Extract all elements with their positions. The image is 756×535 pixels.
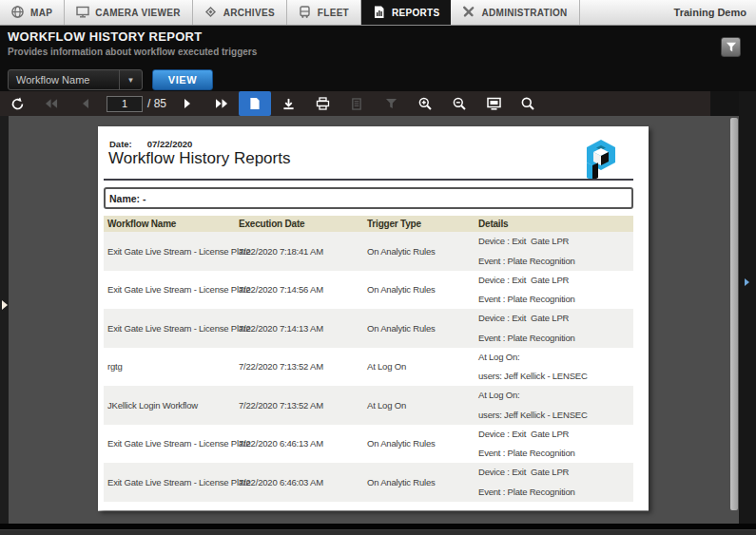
tab-reports[interactable]: REPORTS [361, 0, 451, 25]
cell-workflow-name: Exit Gate Live Stream - License Plate [104, 425, 235, 464]
report-table-body: Exit Gate Live Stream - License Plate 7/… [104, 232, 633, 502]
workflow-name-dropdown[interactable]: Workflow Name ▼ [8, 69, 143, 90]
zoom-out-button[interactable] [442, 91, 476, 116]
view-button[interactable]: VIEW [152, 69, 213, 90]
tab-fleet[interactable]: FLEET [287, 0, 361, 25]
zoom-in-button[interactable] [408, 91, 442, 116]
tab-administration[interactable]: ADMINISTRATION [451, 0, 579, 25]
tab-fleet-label: FLEET [318, 8, 349, 18]
cell-execution-date: 7/22/2020 6:46:03 AM [235, 463, 363, 502]
tab-archives[interactable]: ARCHIVES [193, 0, 287, 25]
fit-screen-icon [487, 97, 501, 110]
page-navigation: / 85 [103, 96, 170, 112]
report-table: Workflow Name Execution Date Trigger Typ… [104, 216, 633, 502]
filter-button[interactable] [721, 37, 741, 57]
table-row: Exit Gate Live Stream - License Plate 7/… [104, 232, 633, 271]
report-page: Date:07/22/2020 Workflow History Reports… [98, 126, 649, 510]
cell-details: Device : Exit Gate LPREvent : Plate Reco… [475, 232, 630, 271]
vertical-scrollbar[interactable] [730, 118, 738, 510]
expand-left-panel-icon [2, 300, 8, 310]
cell-execution-date: 7/22/2020 7:18:41 AM [235, 232, 363, 271]
user-label: Training Demo [674, 0, 756, 25]
cell-execution-date: 7/22/2020 6:46:13 AM [235, 425, 363, 464]
expand-right-panel-icon [745, 278, 749, 286]
table-header-row: Workflow Name Execution Date Trigger Typ… [104, 216, 633, 232]
cell-execution-date: 7/22/2020 7:14:56 AM [235, 271, 363, 310]
tab-administration-label: ADMINISTRATION [481, 8, 567, 18]
page-view-icon [249, 97, 261, 110]
title-divider [104, 179, 633, 181]
tab-camera-viewer[interactable]: CAMERA VIEWER [65, 0, 193, 25]
cell-workflow-name: Exit Gate Live Stream - License Plate [104, 232, 235, 271]
details-line: Event : Plate Recognition [478, 487, 575, 497]
print-button[interactable] [305, 91, 339, 116]
first-page-icon [46, 99, 58, 108]
cell-trigger-type: At Log On [363, 348, 475, 387]
table-row: Exit Gate Live Stream - License Plate 7/… [104, 463, 633, 502]
col-header-execution-date: Execution Date [235, 219, 363, 229]
previous-page-button[interactable] [68, 91, 103, 116]
bus-icon [299, 6, 312, 19]
report-viewer-toolbar: / 85 [0, 91, 710, 116]
funnel-icon [726, 42, 737, 52]
details-line: Device : Exit Gate LPR [478, 467, 569, 477]
download-button[interactable] [271, 91, 305, 116]
fit-to-screen-button[interactable] [476, 91, 511, 116]
cell-workflow-name: JKellick Login Workflow [104, 386, 235, 425]
export-button[interactable] [339, 91, 374, 116]
refresh-button[interactable] [0, 91, 34, 116]
details-line: Event : Plate Recognition [478, 256, 575, 266]
tab-camera-viewer-label: CAMERA VIEWER [95, 8, 181, 18]
next-page-button[interactable] [170, 91, 204, 116]
cell-trigger-type: On Analytic Rules [363, 232, 475, 271]
previous-page-icon [83, 99, 89, 108]
cell-workflow-name: Exit Gate Live Stream - License Plate [104, 463, 235, 502]
details-line: users: Jeff Kellick - LENSEC [478, 371, 588, 381]
report-title: Workflow History Reports [108, 149, 290, 168]
last-page-icon [216, 99, 228, 108]
monitor-icon [76, 6, 89, 19]
cell-details: At Log On:users: Jeff Kellick - LENSEC [475, 348, 630, 387]
search-button[interactable] [511, 91, 545, 116]
tab-archives-label: ARCHIVES [223, 8, 275, 18]
chevron-down-icon: ▼ [127, 76, 135, 85]
toolbar-filter-button[interactable] [374, 91, 408, 116]
report-name-field: Name: - [104, 187, 633, 209]
first-page-button[interactable] [34, 91, 68, 116]
search-icon [521, 97, 534, 110]
toolbar-funnel-icon [385, 98, 397, 109]
download-icon [282, 98, 295, 110]
cell-execution-date: 7/22/2020 7:14:13 AM [235, 309, 363, 348]
col-header-details: Details [475, 219, 630, 229]
page-subtitle: Provides information about workflow exec… [8, 47, 257, 57]
details-line: At Log On: [478, 352, 519, 362]
report-date-label: Date: [109, 139, 132, 149]
zoom-in-icon [418, 97, 432, 110]
report-date-row: Date:07/22/2020 [109, 139, 192, 149]
details-line: Device : Exit Gate LPR [478, 236, 569, 246]
left-panel-collapse-handle[interactable] [0, 116, 9, 524]
last-page-button[interactable] [204, 91, 239, 116]
page-view-button[interactable] [239, 91, 271, 116]
table-row: JKellick Login Workflow 7/22/2020 7:13:5… [104, 386, 633, 425]
tab-map[interactable]: MAP [0, 0, 65, 25]
dropdown-caret-box: ▼ [119, 70, 142, 89]
cell-trigger-type: On Analytic Rules [363, 463, 475, 502]
app-window: MAP CAMERA VIEWER ARCHIVES FLEET REPORTS [0, 0, 756, 535]
table-row: rgtg 7/22/2020 7:13:52 AM At Log On At L… [104, 348, 633, 387]
table-row: Exit Gate Live Stream - License Plate 7/… [104, 271, 633, 310]
cell-workflow-name: Exit Gate Live Stream - License Plate [104, 309, 235, 348]
details-line: users: Jeff Kellick - LENSEC [478, 410, 588, 420]
page-number-input[interactable] [107, 96, 143, 112]
details-line: Device : Exit Gate LPR [478, 429, 569, 439]
top-navigation: MAP CAMERA VIEWER ARCHIVES FLEET REPORTS [0, 0, 756, 26]
bottom-status-strip [0, 529, 756, 535]
cell-trigger-type: On Analytic Rules [363, 309, 475, 348]
export-document-icon [351, 98, 362, 110]
zoom-out-icon [453, 97, 466, 110]
right-panel-expand-handle[interactable] [739, 91, 756, 524]
cell-workflow-name: Exit Gate Live Stream - License Plate [104, 271, 235, 310]
tab-reports-label: REPORTS [392, 8, 439, 18]
page-title: WORKFLOW HISTORY REPORT [8, 29, 203, 44]
report-date-value: 07/22/2020 [147, 139, 193, 149]
